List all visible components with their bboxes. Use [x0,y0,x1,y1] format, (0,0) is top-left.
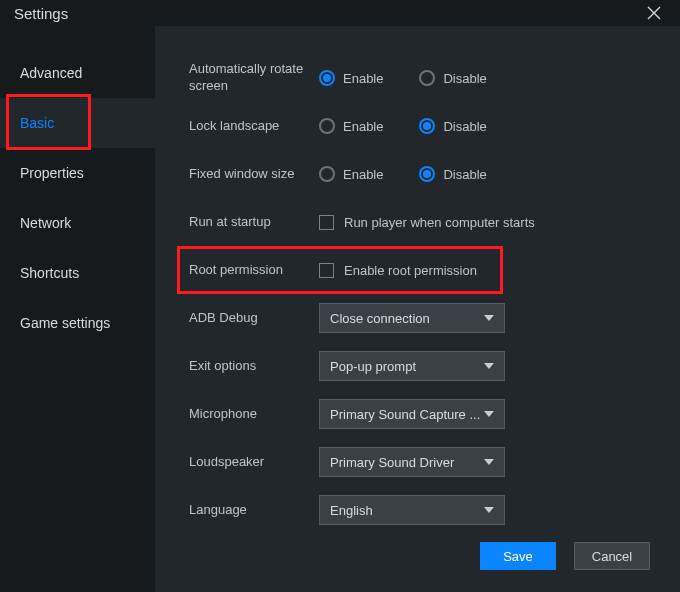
chevron-down-icon [484,411,494,417]
radio-circle-icon [319,70,335,86]
checkbox-label: Enable root permission [344,263,477,278]
radio-rotate-enable[interactable]: Enable [319,70,383,86]
radio-rotate-disable[interactable]: Disable [419,70,486,86]
dropdown-value: Primary Sound Driver [330,455,454,470]
radio-label: Enable [343,119,383,134]
checkbox-label: Run player when computer starts [344,215,535,230]
chevron-down-icon [484,507,494,513]
dropdown-value: English [330,503,373,518]
window-body: Advanced Basic Properties Network Shortc… [0,26,680,592]
dropdown-value: Pop-up prompt [330,359,416,374]
row-startup: Run at startup Run player when computer … [189,198,650,246]
row-root: Root permission Enable root permission [177,246,503,294]
label-microphone: Microphone [189,406,319,423]
row-adb: ADB Debug Close connection [189,294,650,342]
opts-lock: Enable Disable [319,118,487,134]
close-icon[interactable] [642,1,666,25]
label-fixed: Fixed window size [189,166,319,183]
dropdown-language[interactable]: English [319,495,505,525]
radio-circle-icon [319,166,335,182]
row-fixed: Fixed window size Enable Disable [189,150,650,198]
opts-rotate: Enable Disable [319,70,487,86]
radio-label: Enable [343,71,383,86]
chevron-down-icon [484,459,494,465]
checkbox-startup[interactable]: Run player when computer starts [319,215,535,230]
radio-fixed-disable[interactable]: Disable [419,166,486,182]
save-button[interactable]: Save [480,542,556,570]
checkbox-icon [319,263,334,278]
sidebar-item-label: Network [20,215,71,231]
footer: Save Cancel [189,534,650,578]
sidebar-item-shortcuts[interactable]: Shortcuts [0,248,155,298]
sidebar-item-label: Advanced [20,65,82,81]
row-exit: Exit options Pop-up prompt [189,342,650,390]
radio-circle-icon [319,118,335,134]
row-language: Language English [189,486,650,534]
row-rotate: Automatically rotate screen Enable Disab… [189,54,650,102]
sidebar-item-label: Basic [20,115,54,131]
settings-window: Settings Advanced Basic Properties Netwo… [0,0,680,592]
button-label: Save [503,549,533,564]
dropdown-loudspeaker[interactable]: Primary Sound Driver [319,447,505,477]
dropdown-adb[interactable]: Close connection [319,303,505,333]
label-rotate: Automatically rotate screen [189,61,319,95]
radio-circle-icon [419,166,435,182]
checkbox-icon [319,215,334,230]
window-title: Settings [14,5,68,22]
sidebar-item-basic[interactable]: Basic [0,98,155,148]
radio-circle-icon [419,118,435,134]
label-adb: ADB Debug [189,310,319,327]
label-loudspeaker: Loudspeaker [189,454,319,471]
button-label: Cancel [592,549,632,564]
dropdown-value: Primary Sound Capture ... [330,407,480,422]
sidebar-item-network[interactable]: Network [0,198,155,248]
radio-lock-disable[interactable]: Disable [419,118,486,134]
chevron-down-icon [484,315,494,321]
chevron-down-icon [484,363,494,369]
label-startup: Run at startup [189,214,319,231]
radio-circle-icon [419,70,435,86]
titlebar: Settings [0,0,680,26]
row-microphone: Microphone Primary Sound Capture ... [189,390,650,438]
sidebar: Advanced Basic Properties Network Shortc… [0,26,155,592]
sidebar-item-advanced[interactable]: Advanced [0,48,155,98]
radio-label: Disable [443,71,486,86]
dropdown-exit[interactable]: Pop-up prompt [319,351,505,381]
radio-label: Disable [443,119,486,134]
radio-label: Disable [443,167,486,182]
radio-label: Enable [343,167,383,182]
label-language: Language [189,502,319,519]
label-exit: Exit options [189,358,319,375]
settings-content: Automatically rotate screen Enable Disab… [155,26,680,592]
label-lock: Lock landscape [189,118,319,135]
radio-fixed-enable[interactable]: Enable [319,166,383,182]
radio-lock-enable[interactable]: Enable [319,118,383,134]
opts-fixed: Enable Disable [319,166,487,182]
row-loudspeaker: Loudspeaker Primary Sound Driver [189,438,650,486]
sidebar-item-game-settings[interactable]: Game settings [0,298,155,348]
dropdown-microphone[interactable]: Primary Sound Capture ... [319,399,505,429]
sidebar-item-properties[interactable]: Properties [0,148,155,198]
sidebar-item-label: Shortcuts [20,265,79,281]
dropdown-value: Close connection [330,311,430,326]
cancel-button[interactable]: Cancel [574,542,650,570]
label-root: Root permission [189,262,319,279]
sidebar-item-label: Properties [20,165,84,181]
checkbox-root[interactable]: Enable root permission [319,263,477,278]
row-lock: Lock landscape Enable Disable [189,102,650,150]
sidebar-item-label: Game settings [20,315,110,331]
